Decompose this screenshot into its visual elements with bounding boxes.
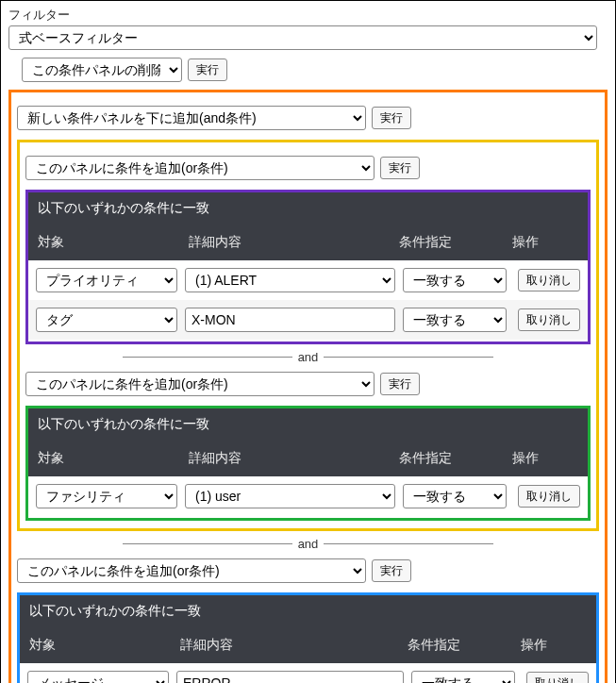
col-action: 操作 xyxy=(521,637,587,654)
condition-select[interactable]: 一致する xyxy=(403,484,507,508)
detail-select[interactable]: (1) user xyxy=(185,484,395,508)
or-group-container: このパネルに条件を追加(or条件) 実行 以下のいずれかの条件に一致 対象 詳細… xyxy=(17,140,599,531)
column-header: 対象 詳細内容 条件指定 操作 xyxy=(20,627,596,663)
condition-panel-1: 以下のいずれかの条件に一致 対象 詳細内容 条件指定 操作 プライオリティ (1… xyxy=(25,190,591,344)
col-action: 操作 xyxy=(512,234,578,251)
filter-config-root: フィルター 式ベースフィルター この条件パネルの削除 実行 新しい条件パネルを下… xyxy=(0,0,616,683)
condition-panel-2: 以下のいずれかの条件に一致 対象 詳細内容 条件指定 操作 ファシリティ (1)… xyxy=(25,406,591,521)
col-target: 対象 xyxy=(38,450,189,467)
add-or-select-1[interactable]: このパネルに条件を追加(or条件) xyxy=(25,156,375,180)
target-select[interactable]: プライオリティ xyxy=(36,268,177,292)
target-select[interactable]: ファシリティ xyxy=(36,484,177,508)
add-or-exec-button-2[interactable]: 実行 xyxy=(380,373,420,395)
detail-input[interactable] xyxy=(176,671,404,683)
detail-input[interactable] xyxy=(185,308,395,332)
panel-title: 以下のいずれかの条件に一致 xyxy=(28,192,588,225)
col-detail: 詳細内容 xyxy=(189,234,399,251)
condition-panel-3: 以下のいずれかの条件に一致 対象 詳細内容 条件指定 操作 メッセージ 一致する… xyxy=(17,592,599,683)
condition-row: メッセージ 一致する 取り消し xyxy=(20,663,596,683)
add-and-panel-exec-button[interactable]: 実行 xyxy=(372,107,411,129)
condition-row: タグ 一致する 取り消し xyxy=(28,300,588,340)
filter-label: フィルター xyxy=(8,7,608,24)
delete-panel-select[interactable]: この条件パネルの削除 xyxy=(22,58,182,82)
and-separator: and xyxy=(17,537,599,551)
condition-select[interactable]: 一致する xyxy=(411,671,515,683)
cancel-button[interactable]: 取り消し xyxy=(526,672,589,683)
detail-select[interactable]: (1) ALERT xyxy=(185,268,395,292)
col-cond: 条件指定 xyxy=(399,450,512,467)
add-or-select-3[interactable]: このパネルに条件を追加(or条件) xyxy=(17,558,366,583)
column-header: 対象 詳細内容 条件指定 操作 xyxy=(28,441,588,476)
condition-row: プライオリティ (1) ALERT 一致する 取り消し xyxy=(28,260,588,300)
col-action: 操作 xyxy=(512,450,578,467)
filter-type-select[interactable]: 式ベースフィルター xyxy=(8,25,597,50)
cancel-button[interactable]: 取り消し xyxy=(518,269,580,292)
and-separator: and xyxy=(25,350,591,364)
cancel-button[interactable]: 取り消し xyxy=(518,485,580,508)
cancel-button[interactable]: 取り消し xyxy=(518,308,580,331)
col-detail: 詳細内容 xyxy=(189,450,399,467)
target-select[interactable]: タグ xyxy=(36,308,177,332)
condition-row: ファシリティ (1) user 一致する 取り消し xyxy=(28,476,588,516)
col-cond: 条件指定 xyxy=(408,637,521,654)
condition-select[interactable]: 一致する xyxy=(403,268,507,292)
col-cond: 条件指定 xyxy=(399,234,512,251)
add-or-exec-button-1[interactable]: 実行 xyxy=(380,157,420,179)
col-target: 対象 xyxy=(38,234,189,251)
and-group-container: 新しい条件パネルを下に追加(and条件) 実行 このパネルに条件を追加(or条件… xyxy=(8,90,608,683)
target-select[interactable]: メッセージ xyxy=(27,671,169,683)
col-detail: 詳細内容 xyxy=(180,637,408,654)
panel-title: 以下のいずれかの条件に一致 xyxy=(28,408,588,441)
col-target: 対象 xyxy=(29,637,180,654)
delete-panel-exec-button[interactable]: 実行 xyxy=(188,58,227,81)
panel-title: 以下のいずれかの条件に一致 xyxy=(20,595,596,627)
add-and-panel-select[interactable]: 新しい条件パネルを下に追加(and条件) xyxy=(17,106,366,130)
add-or-select-2[interactable]: このパネルに条件を追加(or条件) xyxy=(25,372,375,396)
condition-select[interactable]: 一致する xyxy=(403,308,507,332)
add-or-exec-button-3[interactable]: 実行 xyxy=(372,559,411,582)
column-header: 対象 詳細内容 条件指定 操作 xyxy=(28,225,588,260)
